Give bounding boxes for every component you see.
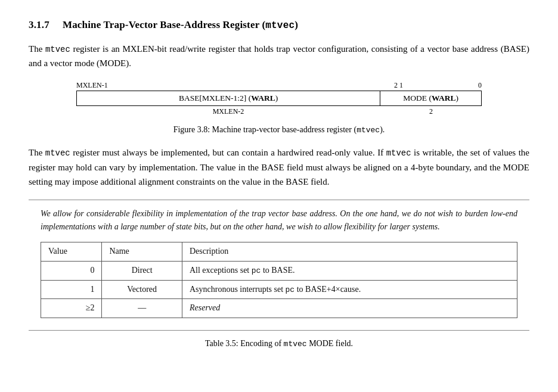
body-paragraph-1: The mtvec register must always be implem… — [29, 145, 529, 188]
figure-caption-mono: mtvec — [356, 126, 380, 135]
bit-label-left: MXLEN-1 — [76, 81, 108, 90]
mode-table-container: Value Name Description 0 Direct All exce… — [41, 242, 517, 318]
col-header-desc: Description — [182, 242, 517, 261]
mode-field-end: ) — [455, 94, 458, 102]
table-row: 1 Vectored Asynchronous interrupts set p… — [41, 280, 517, 299]
row0-name: Direct — [102, 261, 182, 280]
table-caption: Table 3.5: Encoding of mtvec MODE field. — [29, 339, 529, 349]
row0-desc-mono: pc — [252, 266, 261, 275]
sub-label-right: 2 — [380, 107, 482, 116]
figure-caption-end: ). — [380, 125, 385, 134]
body-m2: mtvec — [386, 148, 411, 158]
base-field-text: BASE[MXLEN-1:2] ( — [179, 94, 251, 102]
table-caption-end: MODE field. — [307, 339, 353, 348]
sub-label-left: MXLEN-2 — [76, 107, 380, 116]
intro-paragraph: The mtvec register is an MXLEN-bit read/… — [29, 42, 529, 70]
section-title: 3.1.7 Machine Trap-Vector Base-Address R… — [29, 19, 529, 31]
note-text: We allow for considerable flexibility in… — [41, 209, 517, 231]
intro-text-mid: register is an MXLEN-bit read/write regi… — [29, 44, 529, 68]
col-header-name: Name — [102, 242, 182, 261]
row1-desc-mono: pc — [286, 285, 295, 294]
bit-label-21: 2 1 — [394, 81, 403, 90]
section-number: 3.1.7 — [29, 19, 49, 30]
register-table: BASE[MXLEN-1:2] (WARL) MODE (WARL) — [76, 91, 482, 106]
mode-field-text: MODE ( — [403, 94, 432, 102]
table-caption-text: Table 3.5: Encoding of — [205, 339, 284, 348]
section-title-mono: mtvec — [265, 20, 294, 31]
mode-field: MODE (WARL) — [380, 91, 482, 106]
mode-table: Value Name Description 0 Direct All exce… — [41, 242, 517, 318]
register-diagram: MXLEN-1 2 1 0 BASE[MXLEN-1:2] (WARL) MOD… — [76, 81, 482, 117]
bit-labels: MXLEN-1 2 1 0 — [76, 81, 482, 91]
table-row: ≥2 — Reserved — [41, 299, 517, 318]
row2-desc: Reserved — [182, 299, 517, 318]
section-title-text: Machine Trap-Vector Base-Address Registe… — [63, 19, 265, 30]
table-row: 0 Direct All exceptions set pc to BASE. — [41, 261, 517, 280]
row1-name: Vectored — [102, 280, 182, 299]
sub-labels: MXLEN-2 2 — [76, 106, 482, 117]
row2-value: ≥2 — [41, 299, 102, 318]
intro-text-before: The — [29, 44, 45, 54]
section-title-end: ) — [294, 19, 298, 30]
col-header-value: Value — [41, 242, 102, 261]
row0-value: 0 — [41, 261, 102, 280]
figure-caption-text: Figure 3.8: Machine trap-vector base-add… — [173, 125, 357, 134]
row2-name: — — [102, 299, 182, 318]
base-field-end: ) — [275, 94, 278, 102]
base-field-bold: WARL — [251, 94, 275, 102]
figure-caption: Figure 3.8: Machine trap-vector base-add… — [29, 125, 529, 135]
intro-reg1: mtvec — [45, 45, 70, 54]
row1-desc: Asynchronous interrupts set pc to BASE+4… — [182, 280, 517, 299]
mode-table-header-row: Value Name Description — [41, 242, 517, 261]
row0-desc: All exceptions set pc to BASE. — [182, 261, 517, 280]
row1-value: 1 — [41, 280, 102, 299]
body-t2: register must always be implemented, but… — [70, 148, 386, 157]
body-t1: The — [29, 148, 45, 157]
note-box: We allow for considerable flexibility in… — [29, 200, 529, 331]
mode-field-bold: WARL — [432, 94, 456, 102]
bit-label-0: 0 — [478, 81, 482, 90]
table-caption-mono: mtvec — [284, 340, 307, 349]
base-field: BASE[MXLEN-1:2] (WARL) — [77, 91, 380, 106]
body-m1: mtvec — [45, 148, 70, 158]
